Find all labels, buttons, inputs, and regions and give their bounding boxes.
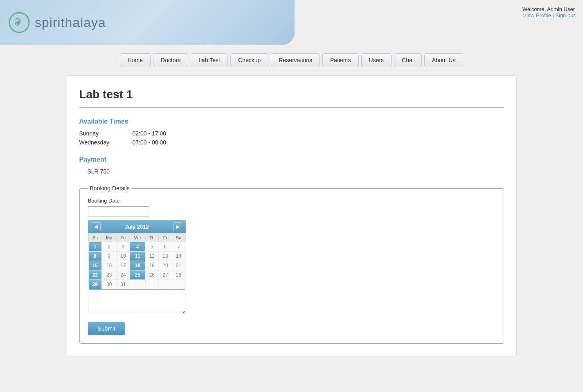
calendar-day[interactable]: 14 [172,252,185,261]
calendar-day[interactable]: 17 [117,261,130,270]
calendar-day[interactable]: 25 [130,270,145,280]
calendar-day[interactable]: 8 [88,252,102,261]
calendar-table: Su Mo Tu We Th Fr Sa 1234567891011121314… [88,233,186,289]
calendar: ◀ July 2012 ▶ Su Mo Tu We Th Fr Sa [88,220,186,290]
title-divider [79,107,504,108]
cal-header-mo: Mo [102,234,117,242]
calendar-day [145,280,159,289]
calendar-day[interactable]: 6 [159,242,172,252]
calendar-day[interactable]: 22 [88,270,102,280]
submit-button[interactable]: Submit [88,322,126,335]
page-title: Lab test 1 [79,88,504,101]
calendar-day[interactable]: 30 [102,280,117,289]
nav-checkup[interactable]: Checkup [230,53,268,67]
logo-icon [8,11,31,34]
calendar-day[interactable]: 18 [130,261,145,270]
view-profile-link[interactable]: View Profile [523,12,551,18]
welcome-text: Welcome, Admin User [522,6,575,12]
nav-aboutus[interactable]: About Us [424,53,464,67]
booking-date-input[interactable] [88,206,149,216]
nav-users[interactable]: Users [361,53,392,67]
cal-header-tu: Tu [117,234,130,242]
booking-legend: Booking Details [88,185,132,191]
calendar-day[interactable]: 1 [88,242,102,252]
sign-out-link[interactable]: Sign out [555,12,575,18]
calendar-day[interactable]: 16 [102,261,117,270]
nav-chat[interactable]: Chat [394,53,422,67]
payment-amount: SLR 750 [88,168,504,175]
calendar-day[interactable]: 11 [130,252,145,261]
calendar-prev-btn[interactable]: ◀ [92,222,101,231]
nav-reservations[interactable]: Reservations [271,53,320,67]
calendar-day[interactable]: 7 [172,242,185,252]
logo-text: spirithalaya [35,15,106,30]
time-wednesday: 07:00 - 08:00 [133,139,167,146]
logo-container: spirithalaya [8,11,106,34]
calendar-next-btn[interactable]: ▶ [173,222,182,231]
available-times-section: Available Times Sunday 02:00 - 17:00 Wed… [79,118,504,146]
notes-textarea[interactable] [88,294,186,314]
user-info: Welcome, Admin User View Profile | Sign … [522,6,575,18]
calendar-day[interactable]: 15 [88,261,102,270]
calendar-day[interactable]: 5 [145,242,159,252]
calendar-day[interactable]: 19 [145,261,159,270]
payment-section: Payment SLR 750 [79,156,504,175]
available-times-label: Available Times [79,118,504,125]
nav-doctors[interactable]: Doctors [153,53,188,67]
cal-header-su: Su [88,234,102,242]
nav-bar: Home Doctors Lab Test Checkup Reservatio… [0,45,583,75]
day-wednesday: Wednesday [79,139,120,146]
nav-patients[interactable]: Patients [322,53,359,67]
calendar-day[interactable]: 24 [117,270,130,280]
main-container: Lab test 1 Available Times Sunday 02:00 … [67,75,517,356]
booking-details-fieldset: Booking Details Booking Date ◀ July 2012… [79,185,504,344]
day-sunday: Sunday [79,130,120,137]
calendar-day [172,280,185,289]
time-row-sunday: Sunday 02:00 - 17:00 [79,130,504,137]
calendar-day[interactable]: 3 [117,242,130,252]
payment-label: Payment [79,156,504,163]
cal-header-we: We [130,234,145,242]
calendar-day[interactable]: 12 [145,252,159,261]
calendar-day[interactable]: 21 [172,261,185,270]
cal-header-th: Th [145,234,159,242]
calendar-day[interactable]: 27 [159,270,172,280]
calendar-day [130,280,145,289]
calendar-day[interactable]: 26 [145,270,159,280]
header-banner: spirithalaya [0,0,295,45]
calendar-day [159,280,172,289]
cal-header-sa: Sa [172,234,185,242]
calendar-month-year: July 2012 [125,224,149,230]
nav-home[interactable]: Home [120,53,151,67]
time-sunday: 02:00 - 17:00 [133,130,167,137]
calendar-day[interactable]: 20 [159,261,172,270]
calendar-day[interactable]: 9 [102,252,117,261]
calendar-day[interactable]: 28 [172,270,185,280]
calendar-day[interactable]: 29 [88,280,102,289]
calendar-day[interactable]: 23 [102,270,117,280]
time-row-wednesday: Wednesday 07:00 - 08:00 [79,139,504,146]
cal-header-fr: Fr [159,234,172,242]
calendar-header: ◀ July 2012 ▶ [88,220,186,233]
calendar-day[interactable]: 10 [117,252,130,261]
booking-date-label: Booking Date [88,198,495,204]
calendar-day[interactable]: 2 [102,242,117,252]
calendar-day[interactable]: 31 [117,280,130,289]
nav-labtest[interactable]: Lab Test [191,53,228,67]
calendar-day[interactable]: 13 [159,252,172,261]
calendar-day[interactable]: 4 [130,242,145,252]
